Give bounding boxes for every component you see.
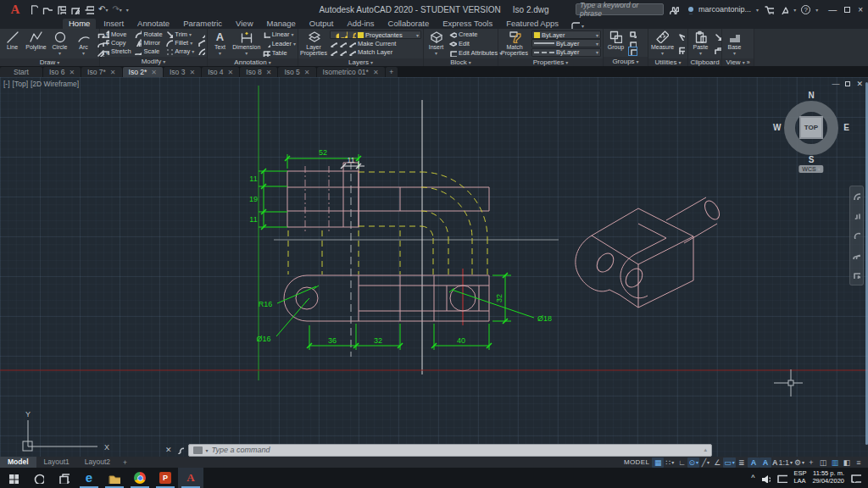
snap-mode-toggle[interactable]: ∷▾ bbox=[664, 458, 676, 468]
command-recent-icon[interactable] bbox=[193, 446, 203, 454]
close-tab-icon[interactable]: ✕ bbox=[189, 69, 195, 76]
panel-label-clipboard[interactable]: Clipboard bbox=[688, 58, 721, 66]
quick-calculator-icon[interactable] bbox=[677, 47, 685, 54]
autodesk-menu-caret-icon[interactable]: ▾ bbox=[793, 7, 796, 13]
drawing-canvas[interactable]: 52 11 11 19 11 36 32 40 32 R16 Ø16 Ø18 bbox=[0, 77, 868, 457]
layout-tab-layout2[interactable]: Layout2 bbox=[77, 457, 118, 468]
file-tab-iso7[interactable]: Iso 7*✕ bbox=[81, 67, 121, 77]
viewcube-south[interactable]: S bbox=[809, 155, 815, 164]
panel-label-layers[interactable]: Layers▾ bbox=[298, 58, 423, 66]
tab-annotate[interactable]: Annotate bbox=[131, 19, 175, 29]
user-avatar-icon[interactable] bbox=[684, 5, 693, 14]
paste-button[interactable]: Paste▾ bbox=[690, 30, 711, 58]
make-current-button[interactable]: Make Current bbox=[330, 39, 421, 47]
copy-clip-icon[interactable] bbox=[714, 47, 721, 54]
viewcube-west[interactable]: W bbox=[773, 123, 781, 132]
linetype-dropdown[interactable]: ByLayer▾ bbox=[531, 48, 601, 57]
insert-block-button[interactable]: Insert▾ bbox=[426, 30, 447, 58]
close-tab-icon[interactable]: ✕ bbox=[266, 69, 272, 76]
ortho-toggle[interactable]: ∟ bbox=[676, 458, 687, 468]
zoom-icon[interactable] bbox=[853, 231, 860, 239]
front-view[interactable] bbox=[287, 163, 489, 232]
copy-button[interactable]: Copy bbox=[102, 38, 131, 47]
plot-icon[interactable] bbox=[84, 5, 94, 14]
rotate-button[interactable]: Rotate bbox=[134, 30, 163, 38]
fillet-button[interactable]: Fillet▾ bbox=[165, 38, 195, 47]
array-button[interactable]: Array▾ bbox=[165, 47, 195, 56]
customize-menu-button[interactable]: ≡ bbox=[853, 458, 865, 468]
match-properties-button[interactable]: Match Properties bbox=[500, 30, 529, 58]
open-folder-icon[interactable] bbox=[42, 5, 53, 14]
isodraft-toggle[interactable]: ╱▾ bbox=[699, 458, 711, 468]
polar-tracking-toggle[interactable]: ⊙▾ bbox=[687, 458, 699, 468]
showmotion-icon[interactable] bbox=[853, 271, 860, 279]
start-button[interactable] bbox=[0, 468, 25, 488]
orbit-icon[interactable] bbox=[853, 252, 860, 259]
file-tab-iso4[interactable]: Iso 4✕ bbox=[202, 67, 239, 77]
save-icon[interactable] bbox=[57, 5, 66, 14]
line-button[interactable]: Line bbox=[2, 30, 23, 58]
cortana-button[interactable] bbox=[25, 468, 51, 488]
autodesk-account-icon[interactable] bbox=[779, 5, 788, 14]
tab-view[interactable]: View bbox=[230, 19, 259, 29]
panel-label-annotation[interactable]: Annotation▾ bbox=[208, 58, 298, 66]
group-selection-icon[interactable] bbox=[629, 47, 637, 55]
isolate-objects-button[interactable]: ◫ bbox=[817, 458, 829, 468]
file-tab-iso6[interactable]: Iso 6✕ bbox=[43, 67, 81, 77]
offset-icon[interactable] bbox=[198, 47, 205, 55]
undo-icon[interactable]: ↶▾ bbox=[98, 4, 108, 15]
layout-tab-layout1[interactable]: Layout1 bbox=[36, 457, 77, 468]
command-expand-icon[interactable]: ▴ bbox=[704, 446, 707, 453]
user-menu-caret-icon[interactable]: ▾ bbox=[756, 7, 759, 13]
group-edit-icon[interactable] bbox=[629, 39, 637, 47]
panel-label-draw[interactable]: Draw▾ bbox=[0, 58, 99, 66]
new-layout-button[interactable]: + bbox=[118, 458, 132, 467]
tab-express-tools[interactable]: Express Tools bbox=[437, 19, 498, 29]
move-button[interactable]: Move bbox=[102, 30, 131, 38]
tab-home[interactable]: Home bbox=[63, 19, 96, 29]
visual-style-control[interactable]: [2D Wireframe] bbox=[31, 80, 79, 88]
file-tab-start[interactable]: Start bbox=[0, 67, 42, 77]
layer-dropdown[interactable]: Proyectantes ▾ bbox=[330, 30, 421, 39]
tab-output[interactable]: Output bbox=[303, 19, 340, 29]
scale-button[interactable]: Scale bbox=[134, 47, 163, 56]
panel-label-view[interactable]: View▾» bbox=[722, 58, 754, 66]
linear-button[interactable]: Linear▾ bbox=[263, 30, 296, 38]
taskbar-file-explorer[interactable] bbox=[102, 468, 127, 488]
cut-icon[interactable] bbox=[714, 33, 721, 41]
ribbon-display-toggle[interactable]: ▾ bbox=[571, 22, 584, 29]
viewcube[interactable]: N S W E TOP WCS▾ bbox=[773, 91, 849, 172]
tab-parametric[interactable]: Parametric bbox=[177, 19, 228, 29]
command-close-icon[interactable]: ✕ bbox=[165, 446, 172, 454]
panel-label-utilities[interactable]: Utilities▾ bbox=[648, 58, 687, 66]
model-space-indicator[interactable]: MODEL bbox=[624, 458, 649, 466]
panel-label-groups[interactable]: Groups▾ bbox=[604, 57, 648, 66]
close-tab-icon[interactable]: ✕ bbox=[373, 69, 379, 76]
minimize-button[interactable]: — bbox=[828, 5, 837, 14]
leader-button[interactable]: Leader▾ bbox=[263, 39, 296, 47]
help-caret-icon[interactable]: ▾ bbox=[815, 7, 818, 13]
layer-properties-button[interactable]: Layer Properties bbox=[300, 30, 327, 58]
dimensions[interactable] bbox=[259, 154, 534, 350]
panel-label-properties[interactable]: Properties▾ bbox=[498, 58, 603, 66]
file-tab-iso5[interactable]: Iso 5✕ bbox=[278, 67, 315, 77]
viewport-menu-control[interactable]: [-] bbox=[3, 80, 10, 88]
osnap-tracking-toggle[interactable]: ∠ bbox=[711, 458, 723, 468]
annotation-monitor-toggle[interactable]: + bbox=[805, 458, 817, 468]
edit-attributes-button[interactable]: Edit Attributes▾ bbox=[449, 48, 502, 57]
table-button[interactable]: Table bbox=[263, 48, 296, 57]
quick-select-icon[interactable] bbox=[677, 33, 685, 41]
top-view[interactable] bbox=[284, 275, 489, 321]
signed-in-user[interactable]: marcoantonip... bbox=[698, 5, 751, 14]
close-tab-icon[interactable]: ✕ bbox=[69, 69, 75, 76]
lineweight-dropdown[interactable]: ByLayer▾ bbox=[531, 39, 601, 47]
view-control[interactable]: [Top] bbox=[13, 80, 28, 88]
workspace-switching-button[interactable]: ⚙▾ bbox=[793, 458, 805, 468]
trim-button[interactable]: Trim▾ bbox=[165, 30, 195, 38]
panel-label-modify[interactable]: Modify▾ bbox=[100, 57, 207, 66]
edit-block-button[interactable]: Edit bbox=[449, 39, 502, 47]
ucs-icon[interactable]: Y X bbox=[23, 410, 109, 452]
language-indicator[interactable]: ESP LAA bbox=[793, 470, 806, 485]
qat-menu-icon[interactable]: ▾ bbox=[126, 7, 129, 13]
lineweight-toggle[interactable]: ≣ bbox=[736, 458, 748, 468]
